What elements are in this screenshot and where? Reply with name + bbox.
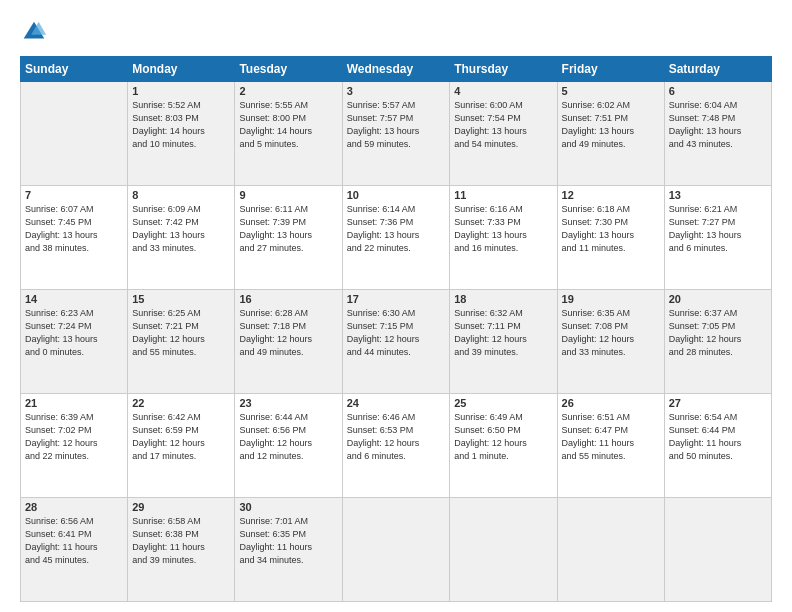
calendar-cell: 7Sunrise: 6:07 AM Sunset: 7:45 PM Daylig… [21, 186, 128, 290]
day-number: 23 [239, 397, 337, 409]
calendar-week-row: 1Sunrise: 5:52 AM Sunset: 8:03 PM Daylig… [21, 82, 772, 186]
calendar-cell: 30Sunrise: 7:01 AM Sunset: 6:35 PM Dayli… [235, 498, 342, 602]
day-info: Sunrise: 6:58 AM Sunset: 6:38 PM Dayligh… [132, 515, 230, 567]
calendar-cell: 23Sunrise: 6:44 AM Sunset: 6:56 PM Dayli… [235, 394, 342, 498]
calendar-cell: 5Sunrise: 6:02 AM Sunset: 7:51 PM Daylig… [557, 82, 664, 186]
calendar-cell [664, 498, 771, 602]
day-info: Sunrise: 5:57 AM Sunset: 7:57 PM Dayligh… [347, 99, 446, 151]
day-info: Sunrise: 6:37 AM Sunset: 7:05 PM Dayligh… [669, 307, 767, 359]
calendar-cell: 25Sunrise: 6:49 AM Sunset: 6:50 PM Dayli… [450, 394, 557, 498]
calendar-header-wednesday: Wednesday [342, 57, 450, 82]
day-number: 12 [562, 189, 660, 201]
calendar-cell: 20Sunrise: 6:37 AM Sunset: 7:05 PM Dayli… [664, 290, 771, 394]
header [20, 18, 772, 46]
calendar-cell: 27Sunrise: 6:54 AM Sunset: 6:44 PM Dayli… [664, 394, 771, 498]
calendar-week-row: 28Sunrise: 6:56 AM Sunset: 6:41 PM Dayli… [21, 498, 772, 602]
day-info: Sunrise: 6:35 AM Sunset: 7:08 PM Dayligh… [562, 307, 660, 359]
calendar-cell: 17Sunrise: 6:30 AM Sunset: 7:15 PM Dayli… [342, 290, 450, 394]
calendar-cell: 26Sunrise: 6:51 AM Sunset: 6:47 PM Dayli… [557, 394, 664, 498]
day-info: Sunrise: 6:25 AM Sunset: 7:21 PM Dayligh… [132, 307, 230, 359]
calendar-cell: 18Sunrise: 6:32 AM Sunset: 7:11 PM Dayli… [450, 290, 557, 394]
day-number: 22 [132, 397, 230, 409]
day-info: Sunrise: 6:51 AM Sunset: 6:47 PM Dayligh… [562, 411, 660, 463]
day-info: Sunrise: 6:42 AM Sunset: 6:59 PM Dayligh… [132, 411, 230, 463]
day-number: 19 [562, 293, 660, 305]
calendar-table: SundayMondayTuesdayWednesdayThursdayFrid… [20, 56, 772, 602]
day-number: 13 [669, 189, 767, 201]
day-number: 26 [562, 397, 660, 409]
day-number: 7 [25, 189, 123, 201]
calendar-header-friday: Friday [557, 57, 664, 82]
day-info: Sunrise: 6:21 AM Sunset: 7:27 PM Dayligh… [669, 203, 767, 255]
day-info: Sunrise: 5:55 AM Sunset: 8:00 PM Dayligh… [239, 99, 337, 151]
calendar-header-monday: Monday [128, 57, 235, 82]
day-info: Sunrise: 6:28 AM Sunset: 7:18 PM Dayligh… [239, 307, 337, 359]
day-number: 30 [239, 501, 337, 513]
day-info: Sunrise: 5:52 AM Sunset: 8:03 PM Dayligh… [132, 99, 230, 151]
calendar-cell: 6Sunrise: 6:04 AM Sunset: 7:48 PM Daylig… [664, 82, 771, 186]
calendar-cell: 16Sunrise: 6:28 AM Sunset: 7:18 PM Dayli… [235, 290, 342, 394]
calendar-week-row: 7Sunrise: 6:07 AM Sunset: 7:45 PM Daylig… [21, 186, 772, 290]
calendar-cell: 9Sunrise: 6:11 AM Sunset: 7:39 PM Daylig… [235, 186, 342, 290]
calendar-cell: 8Sunrise: 6:09 AM Sunset: 7:42 PM Daylig… [128, 186, 235, 290]
calendar-cell [21, 82, 128, 186]
calendar-header-saturday: Saturday [664, 57, 771, 82]
logo-icon [20, 18, 48, 46]
calendar-cell: 12Sunrise: 6:18 AM Sunset: 7:30 PM Dayli… [557, 186, 664, 290]
day-number: 28 [25, 501, 123, 513]
day-number: 8 [132, 189, 230, 201]
day-info: Sunrise: 6:39 AM Sunset: 7:02 PM Dayligh… [25, 411, 123, 463]
day-number: 27 [669, 397, 767, 409]
calendar-cell: 19Sunrise: 6:35 AM Sunset: 7:08 PM Dayli… [557, 290, 664, 394]
calendar-cell: 28Sunrise: 6:56 AM Sunset: 6:41 PM Dayli… [21, 498, 128, 602]
calendar-cell: 10Sunrise: 6:14 AM Sunset: 7:36 PM Dayli… [342, 186, 450, 290]
calendar-header-row: SundayMondayTuesdayWednesdayThursdayFrid… [21, 57, 772, 82]
calendar-cell: 15Sunrise: 6:25 AM Sunset: 7:21 PM Dayli… [128, 290, 235, 394]
calendar-cell: 24Sunrise: 6:46 AM Sunset: 6:53 PM Dayli… [342, 394, 450, 498]
calendar-week-row: 21Sunrise: 6:39 AM Sunset: 7:02 PM Dayli… [21, 394, 772, 498]
calendar-cell: 14Sunrise: 6:23 AM Sunset: 7:24 PM Dayli… [21, 290, 128, 394]
day-number: 2 [239, 85, 337, 97]
day-info: Sunrise: 6:32 AM Sunset: 7:11 PM Dayligh… [454, 307, 552, 359]
day-info: Sunrise: 6:46 AM Sunset: 6:53 PM Dayligh… [347, 411, 446, 463]
day-info: Sunrise: 6:49 AM Sunset: 6:50 PM Dayligh… [454, 411, 552, 463]
day-number: 29 [132, 501, 230, 513]
day-number: 10 [347, 189, 446, 201]
day-number: 20 [669, 293, 767, 305]
day-info: Sunrise: 7:01 AM Sunset: 6:35 PM Dayligh… [239, 515, 337, 567]
day-info: Sunrise: 6:30 AM Sunset: 7:15 PM Dayligh… [347, 307, 446, 359]
day-number: 9 [239, 189, 337, 201]
day-info: Sunrise: 6:04 AM Sunset: 7:48 PM Dayligh… [669, 99, 767, 151]
day-info: Sunrise: 6:54 AM Sunset: 6:44 PM Dayligh… [669, 411, 767, 463]
day-number: 25 [454, 397, 552, 409]
calendar-cell: 3Sunrise: 5:57 AM Sunset: 7:57 PM Daylig… [342, 82, 450, 186]
day-number: 11 [454, 189, 552, 201]
day-info: Sunrise: 6:02 AM Sunset: 7:51 PM Dayligh… [562, 99, 660, 151]
calendar-header-thursday: Thursday [450, 57, 557, 82]
day-number: 5 [562, 85, 660, 97]
day-info: Sunrise: 6:16 AM Sunset: 7:33 PM Dayligh… [454, 203, 552, 255]
calendar-header-sunday: Sunday [21, 57, 128, 82]
calendar-cell: 13Sunrise: 6:21 AM Sunset: 7:27 PM Dayli… [664, 186, 771, 290]
page: SundayMondayTuesdayWednesdayThursdayFrid… [0, 0, 792, 612]
calendar-cell: 22Sunrise: 6:42 AM Sunset: 6:59 PM Dayli… [128, 394, 235, 498]
day-number: 21 [25, 397, 123, 409]
calendar-cell [557, 498, 664, 602]
day-number: 14 [25, 293, 123, 305]
day-info: Sunrise: 6:23 AM Sunset: 7:24 PM Dayligh… [25, 307, 123, 359]
day-number: 1 [132, 85, 230, 97]
day-info: Sunrise: 6:11 AM Sunset: 7:39 PM Dayligh… [239, 203, 337, 255]
day-info: Sunrise: 6:07 AM Sunset: 7:45 PM Dayligh… [25, 203, 123, 255]
calendar-cell: 2Sunrise: 5:55 AM Sunset: 8:00 PM Daylig… [235, 82, 342, 186]
day-number: 17 [347, 293, 446, 305]
day-number: 6 [669, 85, 767, 97]
day-number: 24 [347, 397, 446, 409]
calendar-cell: 4Sunrise: 6:00 AM Sunset: 7:54 PM Daylig… [450, 82, 557, 186]
calendar-cell [342, 498, 450, 602]
calendar-cell: 29Sunrise: 6:58 AM Sunset: 6:38 PM Dayli… [128, 498, 235, 602]
calendar-cell: 1Sunrise: 5:52 AM Sunset: 8:03 PM Daylig… [128, 82, 235, 186]
calendar-week-row: 14Sunrise: 6:23 AM Sunset: 7:24 PM Dayli… [21, 290, 772, 394]
calendar-header-tuesday: Tuesday [235, 57, 342, 82]
day-number: 4 [454, 85, 552, 97]
day-number: 18 [454, 293, 552, 305]
